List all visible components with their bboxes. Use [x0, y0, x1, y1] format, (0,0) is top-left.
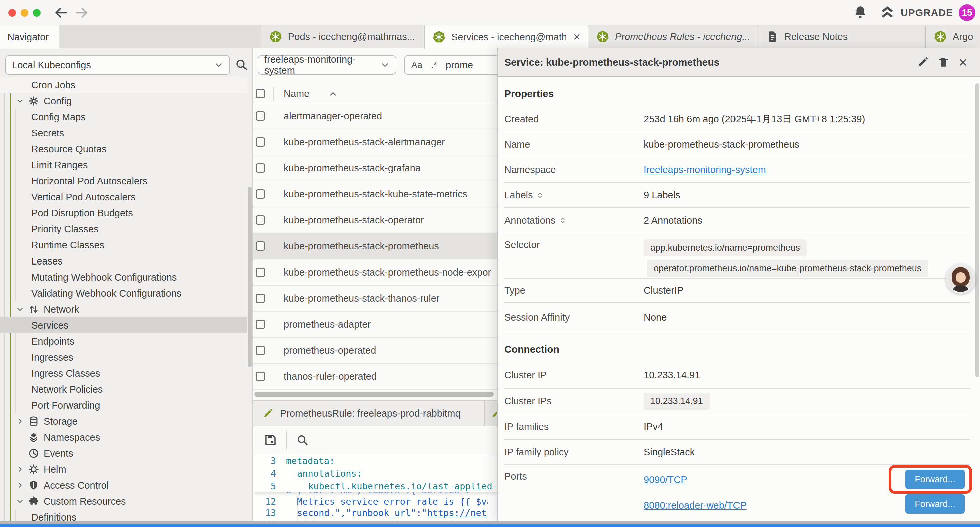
sidebar-item[interactable]: Network	[0, 301, 247, 317]
yaml-editor[interactable]: 8","for":"nm","labels":{"service":" 12 M…	[253, 454, 530, 522]
user-avatar[interactable]	[946, 264, 975, 293]
back-button[interactable]	[53, 5, 69, 20]
expand-collapse-icon[interactable]	[536, 191, 544, 199]
forward-button[interactable]	[74, 5, 89, 20]
minimize-window-button[interactable]	[21, 9, 29, 17]
chevron-right-icon[interactable]	[16, 465, 24, 473]
table-row[interactable]: kube-prometheus-stack-prometheus-node-ex…	[253, 260, 530, 285]
close-window-button[interactable]	[8, 9, 16, 17]
sidebar-item[interactable]: Access Control	[0, 477, 247, 493]
sidebar-search-button[interactable]	[235, 58, 248, 72]
port-link[interactable]: 8080:reloader-web/TCP	[644, 500, 746, 511]
tab-prometheus-rules[interactable]: Prometheus Rules - icecheng...	[588, 25, 757, 48]
name-column-header[interactable]: Name	[283, 88, 309, 99]
sidebar-item[interactable]: Horizontal Pod Autoscalers	[0, 173, 247, 189]
notifications-button[interactable]	[853, 5, 868, 20]
sidebar-item[interactable]: Ingress Classes	[0, 365, 247, 381]
match-case-toggle[interactable]: Aa	[411, 60, 422, 70]
sidebar-item[interactable]: Mutating Webhook Configurations	[0, 269, 247, 285]
sidebar-item[interactable]: Resource Quotas	[0, 141, 247, 157]
table-row[interactable]: prometheus-operated	[253, 338, 530, 363]
sidebar-item[interactable]: Secrets	[0, 125, 247, 141]
code-link[interactable]: https://net	[427, 508, 487, 518]
sidebar-item[interactable]: Port Forwarding	[0, 397, 247, 413]
sidebar-item[interactable]: Definitions	[0, 509, 247, 522]
sidebar-item[interactable]: Storage	[0, 413, 247, 429]
tab-services[interactable]: Services - icecheng@math... ×	[424, 25, 588, 49]
sidebar-item[interactable]: Config Maps	[0, 109, 247, 125]
table-row[interactable]: prometheus-adapter	[253, 312, 530, 338]
sidebar-item[interactable]: Services	[0, 317, 247, 333]
maximize-window-button[interactable]	[33, 9, 41, 17]
row-checkbox[interactable]	[256, 267, 265, 277]
sidebar-item[interactable]: Namespaces	[0, 429, 247, 445]
chevron-down-icon[interactable]	[16, 497, 24, 505]
delete-trash-icon[interactable]	[937, 56, 949, 68]
sidebar-item[interactable]: Leases	[0, 253, 247, 269]
table-row[interactable]: kube-prometheus-stack-kube-state-metrics	[253, 182, 530, 207]
tab-navigator[interactable]: Navigator	[0, 25, 59, 49]
sidebar-item[interactable]: Helm	[0, 461, 247, 477]
tab-pods[interactable]: Pods - icecheng@mathmas...	[261, 25, 424, 48]
sort-ascending-icon[interactable]	[329, 90, 337, 99]
sidebar-item[interactable]: Events	[0, 445, 247, 461]
row-checkbox[interactable]	[256, 164, 265, 173]
sidebar-item[interactable]: Priority Classes	[0, 221, 247, 237]
sidebar-item-label: Definitions	[31, 512, 76, 522]
namespace-select[interactable]: freeleaps-monitoring-system	[258, 56, 396, 75]
sidebar-item[interactable]: Cron Jobs	[0, 77, 247, 93]
access-control-icon	[28, 480, 39, 491]
row-checkbox[interactable]	[256, 242, 265, 251]
sidebar-item[interactable]: Endpoints	[0, 333, 247, 349]
editor-tab-prometheusrule[interactable]: PrometheusRule: freeleaps-prod-rabbitmq	[253, 401, 485, 426]
row-checkbox[interactable]	[256, 215, 265, 225]
table-row[interactable]: alertmanager-operated	[253, 103, 530, 129]
table-row[interactable]: kube-prometheus-stack-operator	[253, 207, 530, 234]
select-all-checkbox[interactable]	[256, 89, 265, 99]
namespace-link[interactable]: freeleaps-monitoring-system	[644, 164, 766, 175]
row-checkbox[interactable]	[256, 320, 265, 329]
sidebar-scrollbar[interactable]	[248, 187, 252, 367]
close-panel-icon[interactable]: ×	[959, 53, 967, 72]
sidebar-item[interactable]: Config	[0, 93, 247, 109]
close-tab-icon[interactable]: ×	[573, 31, 581, 43]
chevron-right-icon[interactable]	[16, 417, 24, 425]
table-horizontal-scrollbar[interactable]	[254, 392, 494, 396]
sidebar-item[interactable]: Limit Ranges	[0, 157, 247, 173]
chevron-down-icon[interactable]	[16, 97, 24, 105]
sidebar-item[interactable]: Custom Resources	[0, 493, 247, 509]
row-checkbox[interactable]	[256, 372, 265, 381]
row-checkbox[interactable]	[256, 111, 265, 121]
sidebar-item-label: Runtime Classes	[31, 240, 104, 251]
row-checkbox[interactable]	[256, 293, 265, 303]
sidebar-item[interactable]: Ingresses	[0, 349, 247, 365]
table-row[interactable]: kube-prometheus-stack-alertmanager	[253, 129, 530, 155]
regex-toggle[interactable]: .*	[431, 60, 437, 70]
sidebar-item[interactable]: Network Policies	[0, 381, 247, 397]
chevron-right-icon[interactable]	[16, 481, 24, 489]
table-row[interactable]: kube-prometheus-stack-grafana	[253, 155, 530, 182]
expand-collapse-icon[interactable]	[559, 217, 567, 224]
search-icon[interactable]	[296, 434, 309, 446]
sidebar-item[interactable]: Validating Webhook Configurations	[0, 285, 247, 301]
detail-panel-scrollbar[interactable]	[975, 83, 979, 377]
chevron-down-icon[interactable]	[16, 305, 24, 313]
row-checkbox[interactable]	[256, 189, 265, 199]
table-row[interactable]: kube-prometheus-stack-thanos-ruler	[253, 285, 530, 312]
row-checkbox[interactable]	[256, 137, 265, 147]
tab-argo[interactable]: Argo Se	[925, 25, 980, 48]
upgrade-button[interactable]: UPGRADE	[900, 0, 953, 25]
sidebar-item[interactable]: Runtime Classes	[0, 237, 247, 253]
tab-label: Release Notes	[784, 31, 918, 42]
port-link[interactable]: 9090/TCP	[644, 474, 687, 485]
row-checkbox[interactable]	[256, 345, 265, 355]
sidebar-item[interactable]: Pod Disruption Budgets	[0, 205, 247, 221]
sidebar-item[interactable]: Vertical Pod Autoscalers	[0, 189, 247, 205]
save-icon[interactable]	[263, 433, 277, 447]
kubeconfig-select[interactable]: Local Kubeconfigs	[5, 56, 230, 75]
forward-port-button[interactable]: Forward...	[905, 494, 965, 514]
edit-pencil-icon[interactable]	[916, 56, 929, 68]
tab-release-notes[interactable]: Release Notes	[757, 25, 925, 48]
table-row[interactable]: thanos-ruler-operated	[253, 363, 530, 390]
table-row[interactable]: kube-prometheus-stack-prometheus	[253, 234, 530, 260]
